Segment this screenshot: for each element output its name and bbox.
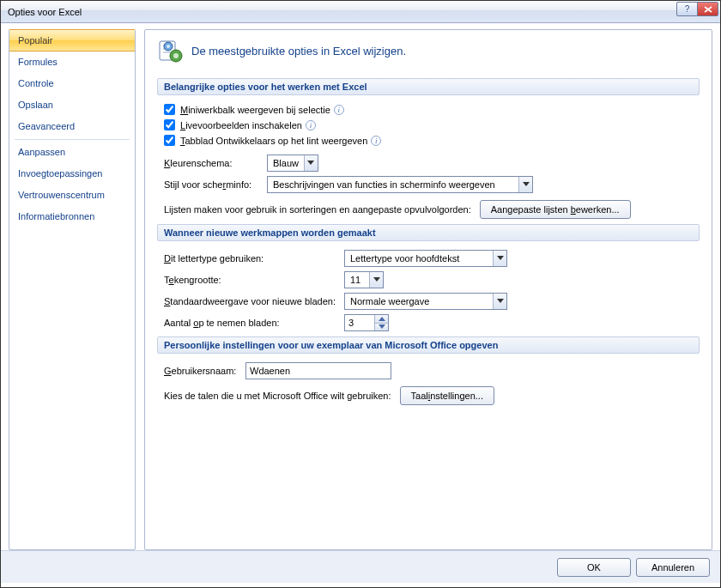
label-username: Gebruikersnaam: [164, 366, 245, 376]
label-font-size: Tekengrootte: [164, 275, 344, 285]
combo-default-font[interactable]: Lettertype voor hoofdtekst [344, 250, 507, 267]
sidebar-item-opslaan[interactable]: Opslaan [9, 94, 135, 116]
sidebar-item-aanpassen[interactable]: Aanpassen [9, 142, 135, 163]
ok-button[interactable]: OK [557, 558, 631, 577]
chevron-down-icon [369, 272, 383, 288]
checkbox-live-preview[interactable] [164, 119, 175, 130]
sidebar-item-formules[interactable]: Formules [9, 52, 135, 73]
cancel-button[interactable]: Annuleren [636, 558, 710, 577]
sidebar-item-controle[interactable]: Controle [9, 73, 135, 94]
info-icon[interactable]: i [334, 105, 344, 115]
edit-custom-lists-button[interactable]: Aangepaste lijsten bewerken... [480, 200, 631, 219]
info-icon[interactable]: i [306, 120, 316, 130]
username-input[interactable] [245, 362, 391, 379]
spinner-up-icon[interactable] [375, 315, 388, 323]
label-language-settings: Kies de talen die u met Microsoft Office… [164, 391, 391, 401]
label-sheet-count: Aantal op te nemen bladen: [164, 318, 344, 328]
label-default-view: Standaardweergave voor nieuwe bladen: [164, 296, 344, 306]
sidebar-item-vertrouwenscentrum[interactable]: Vertrouwenscentrum [9, 185, 135, 206]
combo-color-scheme-value: Blauw [268, 158, 304, 168]
combo-screentip-style[interactable]: Beschrijvingen van functies in scherminf… [267, 176, 533, 193]
window-title: Opties voor Excel [8, 7, 82, 17]
combo-font-size-value: 11 [345, 275, 369, 285]
combo-default-view-value: Normale weergave [345, 296, 493, 306]
chevron-down-icon [304, 155, 318, 171]
sidebar-item-informatiebronnen[interactable]: Informatiebronnen [9, 206, 135, 227]
section-title-new-workbooks: Wanneer nieuwe werkmappen worden gemaakt [157, 224, 700, 241]
chevron-down-icon [493, 251, 506, 266]
combo-font-size[interactable]: 11 [344, 271, 384, 288]
content-panel: De meestgebruikte opties in Excel wijzig… [144, 29, 712, 550]
combo-default-font-value: Lettertype voor hoofdtekst [345, 253, 493, 264]
dialog-footer: OK Annuleren [1, 550, 720, 583]
label-default-font: Dit lettertype gebruiken: [164, 253, 344, 264]
chevron-down-icon [518, 177, 532, 192]
section-title-personal: Persoonlijke instellingen voor uw exempl… [157, 336, 700, 354]
page-subtitle: De meestgebruikte opties in Excel wijzig… [191, 45, 406, 58]
svg-point-7 [167, 45, 170, 48]
label-developer-tab: Tabblad Ontwikkelaars op het lint weerge… [180, 136, 367, 146]
label-color-scheme: Kleurenschema: [164, 158, 267, 168]
sidebar: Populair Formules Controle Opslaan Geava… [9, 29, 136, 550]
help-button[interactable]: ? [676, 2, 698, 16]
option-live-preview: Livevoorbeelden inschakelen i [164, 119, 700, 130]
spinner-down-icon[interactable] [375, 323, 388, 331]
combo-screentip-value: Beschrijvingen van functies in scherminf… [268, 179, 518, 190]
sidebar-item-geavanceerd[interactable]: Geavanceerd [9, 116, 135, 137]
sidebar-item-populair[interactable]: Populair [9, 29, 135, 52]
chevron-down-icon [493, 294, 506, 309]
option-developer-tab: Tabblad Ontwikkelaars op het lint weerge… [164, 135, 700, 146]
checkbox-developer-tab[interactable] [164, 135, 175, 146]
sidebar-separator [15, 139, 130, 140]
section-title-general: Belangrijke opties voor het werken met E… [157, 78, 700, 95]
sidebar-item-invoegtoepassingen[interactable]: Invoegtoepassingen [9, 163, 135, 185]
combo-color-scheme[interactable]: Blauw [267, 155, 318, 172]
window-controls: ? [676, 2, 718, 16]
svg-point-5 [173, 53, 179, 58]
info-icon[interactable]: i [371, 136, 381, 146]
combo-default-view[interactable]: Normale weergave [344, 293, 507, 310]
checkbox-mini-toolbar[interactable] [164, 104, 175, 115]
spinner-sheet-count[interactable] [344, 314, 389, 331]
label-screentip-style: Stijl voor scherminfo: [164, 179, 267, 190]
language-settings-button[interactable]: Taalinstellingen... [400, 386, 494, 405]
titlebar: Opties voor Excel ? [1, 1, 720, 23]
spinner-sheet-count-value[interactable] [345, 315, 374, 330]
options-icon [157, 37, 185, 64]
option-mini-toolbar: MMiniwerkbalk weergeven bij selectieiniw… [164, 104, 700, 115]
label-live-preview: Livevoorbeelden inschakelen [180, 120, 302, 130]
label-mini-toolbar: MMiniwerkbalk weergeven bij selectieiniw… [180, 105, 330, 115]
page-header: De meestgebruikte opties in Excel wijzig… [157, 35, 700, 73]
close-button[interactable] [697, 2, 718, 16]
label-custom-lists: Lijsten maken voor gebruik in sorteringe… [164, 204, 471, 215]
